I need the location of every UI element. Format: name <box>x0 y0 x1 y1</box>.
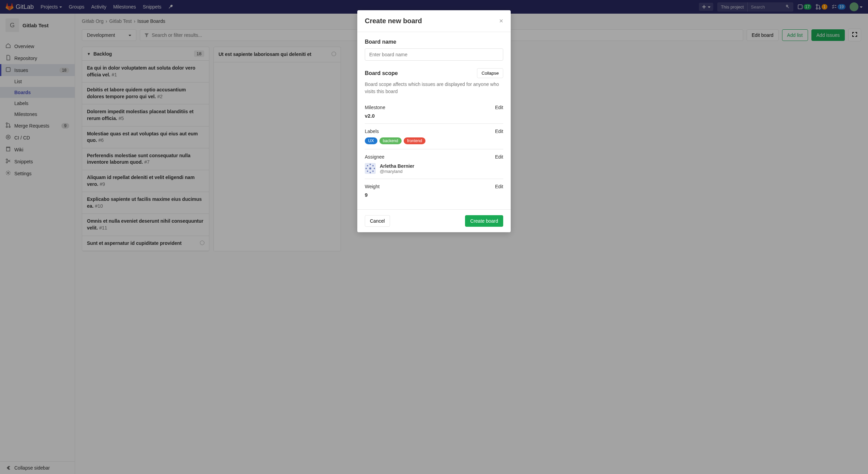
board-name-input[interactable] <box>365 48 503 61</box>
weight-edit[interactable]: Edit <box>495 184 503 189</box>
weight-value: 9 <box>365 192 503 198</box>
label-pill: backend <box>379 137 402 144</box>
assignee-edit[interactable]: Edit <box>495 154 503 160</box>
milestone-edit[interactable]: Edit <box>495 105 503 110</box>
svg-point-23 <box>365 168 367 169</box>
assignee-handle: @maryland <box>380 169 414 174</box>
svg-point-24 <box>374 168 375 169</box>
milestone-value: v2.0 <box>365 113 503 119</box>
create-board-button[interactable]: Create board <box>465 215 503 227</box>
svg-point-22 <box>370 172 371 173</box>
weight-label: Weight <box>365 184 379 189</box>
svg-point-20 <box>372 171 374 172</box>
labels-label: Labels <box>365 129 379 134</box>
modal-title: Create new board <box>365 17 422 25</box>
create-board-modal: Create new board × Board name Board scop… <box>357 10 511 232</box>
close-icon[interactable]: × <box>499 17 503 25</box>
assignee-name: Arletha Bernier <box>380 163 414 169</box>
assignee-label: Assignee <box>365 154 385 160</box>
cancel-button[interactable]: Cancel <box>365 215 390 227</box>
assignee-avatar <box>365 163 376 174</box>
scope-description: Board scope affects which issues are dis… <box>365 81 503 95</box>
labels-edit[interactable]: Edit <box>495 129 503 134</box>
svg-point-21 <box>370 164 371 165</box>
board-scope-label: Board scope <box>365 70 398 76</box>
label-pill: frontend <box>404 137 425 144</box>
svg-point-18 <box>372 165 374 166</box>
svg-point-16 <box>369 167 371 169</box>
collapse-scope-button[interactable]: Collapse <box>477 68 503 78</box>
milestone-label: Milestone <box>365 105 385 110</box>
svg-point-17 <box>367 165 368 166</box>
label-pill: UX <box>365 137 377 144</box>
board-name-label: Board name <box>365 39 503 45</box>
modal-overlay: Create new board × Board name Board scop… <box>0 0 868 474</box>
svg-point-19 <box>367 171 368 172</box>
